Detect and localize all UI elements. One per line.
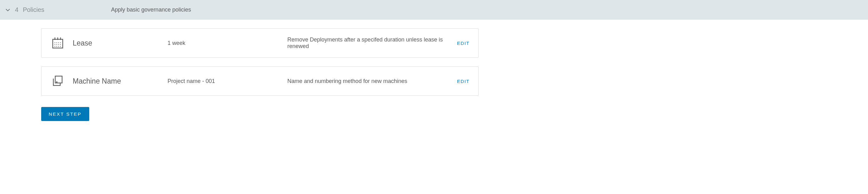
svg-point-11 [60,44,61,45]
policy-description: Remove Deployments after a specifed dura… [287,36,450,50]
policy-card-machine-name: Machine Name Project name - 001 Name and… [41,66,478,96]
policy-value: Project name - 001 [167,78,280,85]
copy-icon [50,74,65,88]
policy-card-lease: Lease 1 week Remove Deployments after a … [41,28,478,58]
svg-point-7 [60,42,61,43]
svg-rect-0 [53,39,63,48]
edit-button[interactable]: EDIT [457,40,470,46]
svg-point-17 [56,82,57,83]
svg-point-13 [57,46,57,47]
policy-description: Name and numbering method for new machin… [287,78,450,85]
svg-point-5 [57,42,57,43]
svg-point-4 [55,42,55,43]
policy-name: Machine Name [73,77,160,86]
next-step-button[interactable]: NEXT STEP [41,107,89,121]
step-number: 4 [15,6,19,13]
calendar-icon [50,36,65,50]
chevron-down-icon [5,7,10,13]
policy-value: 1 week [167,40,280,46]
svg-point-15 [60,46,61,47]
svg-point-12 [55,46,55,47]
svg-point-10 [58,44,59,45]
svg-point-8 [55,44,55,45]
step-title: Policies [23,6,44,13]
policy-name: Lease [73,39,160,47]
edit-button[interactable]: EDIT [457,78,470,84]
svg-point-9 [57,44,57,45]
svg-point-14 [58,46,59,47]
step-description: Apply basic governance policies [111,6,191,13]
section-header[interactable]: 4 Policies Apply basic governance polici… [0,0,868,20]
policies-content: Lease 1 week Remove Deployments after a … [0,20,478,130]
svg-point-6 [58,42,59,43]
